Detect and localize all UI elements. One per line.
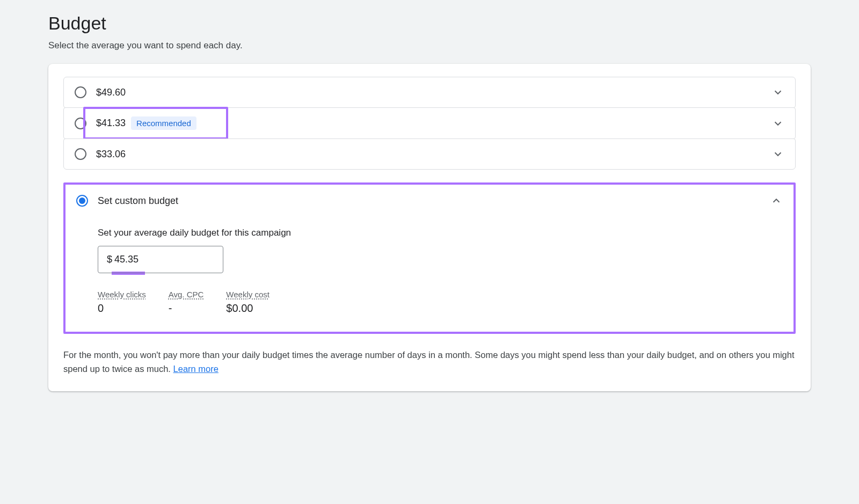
budget-input-container[interactable]: $ bbox=[98, 246, 223, 273]
stat-value: $0.00 bbox=[226, 302, 270, 315]
stat-weekly-cost: Weekly cost $0.00 bbox=[226, 290, 270, 315]
page-title: Budget bbox=[48, 13, 811, 34]
chevron-up-icon bbox=[770, 194, 783, 207]
recommended-badge: Recommended bbox=[131, 116, 196, 130]
custom-budget-description: Set your average daily budget for this c… bbox=[98, 228, 783, 238]
stat-value: 0 bbox=[98, 302, 146, 315]
budget-option-amount: $41.33 bbox=[96, 118, 126, 129]
custom-budget-section: Set custom budget Set your average daily… bbox=[63, 182, 796, 334]
budget-option-amount: $49.60 bbox=[96, 87, 126, 98]
chevron-down-icon bbox=[771, 148, 784, 160]
budget-input[interactable] bbox=[114, 254, 214, 265]
budget-option-1[interactable]: $49.60 bbox=[63, 77, 796, 108]
footer-text: For the month, you won't pay more than y… bbox=[63, 348, 796, 376]
radio-icon bbox=[75, 148, 86, 160]
page-subtitle: Select the average you want to spend eac… bbox=[48, 40, 811, 51]
custom-budget-title: Set custom budget bbox=[98, 195, 178, 207]
stat-value: - bbox=[169, 302, 204, 315]
chevron-down-icon bbox=[771, 86, 784, 99]
learn-more-link[interactable]: Learn more bbox=[173, 364, 219, 374]
radio-icon bbox=[75, 86, 86, 98]
chevron-down-icon bbox=[771, 117, 784, 130]
budget-option-2[interactable]: $41.33 Recommended bbox=[63, 107, 796, 139]
budget-card: $49.60 $41.33 Recommended $33.06 bbox=[48, 64, 811, 391]
currency-symbol: $ bbox=[107, 254, 112, 265]
budget-option-3[interactable]: $33.06 bbox=[63, 138, 796, 170]
stat-label: Weekly cost bbox=[226, 290, 270, 299]
stat-label: Weekly clicks bbox=[98, 290, 146, 299]
stat-label: Avg. CPC bbox=[169, 290, 204, 299]
custom-budget-header[interactable]: Set custom budget bbox=[65, 185, 794, 217]
stat-avg-cpc: Avg. CPC - bbox=[169, 290, 204, 315]
stat-weekly-clicks: Weekly clicks 0 bbox=[98, 290, 146, 315]
budget-option-amount: $33.06 bbox=[96, 149, 126, 160]
radio-icon bbox=[75, 118, 86, 129]
radio-icon bbox=[76, 195, 88, 207]
